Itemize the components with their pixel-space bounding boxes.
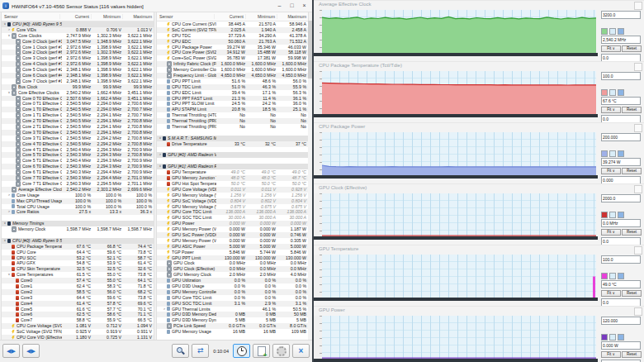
logging-clock-button[interactable]	[233, 344, 250, 358]
sensor-row[interactable]: GPU Memory Controller Utilization 0.0 % …	[157, 289, 308, 295]
sensor-row[interactable]: Core+SoC Power (SVI2 TFN) 36.783 W 17.38…	[157, 55, 308, 61]
sensor-row[interactable]: CPU Core Voltage (SVI2 TFN) 1.081 V 0.71…	[2, 323, 154, 329]
sensor-row[interactable]: Thermal Throttling (HTC) No No No	[157, 112, 308, 118]
sensor-row[interactable]: CPU PPT SLOW Limit 24.5 % 24.2 % 36.0 %	[157, 101, 308, 107]
sensor-row[interactable]: > GPU Thermal Limits 46.1 % 50.5 %	[157, 307, 308, 312]
reset-button[interactable]: Reset	[622, 351, 642, 358]
sensor-row[interactable]: GPU Memory Junction Temperature 48.0 °C …	[157, 175, 308, 181]
close-sensors-button[interactable]: ×	[292, 344, 310, 358]
sensor-row[interactable]: Core 0 Clock (perf #1/2) 3,047.5 MHz 1,3…	[2, 39, 154, 45]
graph-scale-max-input[interactable]: 200.000	[601, 133, 641, 141]
sensor-row[interactable]: Thermal Throttling (PROCHOT CPU) No No N…	[157, 118, 308, 124]
sensor-row[interactable]: > GPU [#0]: AMD Radeon Vega	[157, 152, 308, 158]
expand-columns-button[interactable]: ◀▶	[22, 344, 40, 358]
sensor-row[interactable]: Core 1 T1 Effective Clock 2,540.5 MHz 2,…	[2, 112, 154, 118]
collapse-columns-button[interactable]: ◀▶	[2, 344, 20, 358]
sensor-row[interactable]: GPU Clock 0.0 MHz 0.0 MHz 0.0 MHz	[157, 260, 308, 266]
sensor-row[interactable]: GPU D3D Memory Dedicated 0 MB 0 MB 50 MB	[157, 312, 308, 317]
sensor-row[interactable]: GPU D3D Memory Dynamic 5 MB 5 MB 5 MB	[157, 317, 308, 323]
sensor-row[interactable]: Core 6 T1 Effective Clock 2,540.3 MHz 2,…	[2, 169, 154, 175]
series-color-swatch[interactable]	[601, 89, 608, 96]
sensor-row[interactable]: CPU PPT Limit 51.6 % 48.6 % 56.0 %	[157, 79, 308, 84]
series-color-swatch[interactable]	[601, 150, 608, 157]
sensor-row[interactable]: Core 4 T0 Effective Clock 2,540.5 MHz 2,…	[2, 141, 154, 147]
sensor-row[interactable]: Frequency Limit - Global 4,650.0 MHz 4,6…	[157, 73, 308, 79]
fit-button[interactable]: Fit ∨	[601, 168, 621, 174]
sensor-row[interactable]: GPU SOC TDC Limit 30.000 A 30.000 A 30.0…	[157, 215, 308, 221]
sensor-row[interactable]: Core 4 Clock (perf #7/8) 2,972.6 MHz 1,3…	[2, 61, 154, 67]
sensor-row[interactable]: SoC Voltage (SVI2 TFN) 0.925 V 0.919 V 0…	[2, 329, 154, 335]
sensor-row[interactable]: Max CPU/Thread Usage 100.0 % 100.0 % 100…	[2, 198, 154, 204]
sensor-row[interactable]: CPU Core 64.4 °C 59.6 °C 73.8 °C	[2, 250, 154, 255]
sensor-row[interactable]: Core1 62.4 °C 58.3 °C 71.8 °C	[2, 283, 154, 289]
sensor-row[interactable]: SoC Current (SVI2 TFN) 2.025 A 1.940 A 2…	[157, 27, 308, 33]
sensor-row[interactable]: CPU Core Power (SVI2 TFN) 34.912 W 15.48…	[157, 50, 308, 55]
sensor-row[interactable]	[2, 215, 154, 221]
sensor-row[interactable]: Core 7 Clock (perf #1/1) 2,348.1 MHz 1,3…	[2, 79, 154, 84]
sensor-row[interactable]: GPU ASIC Power 5.000 W 5.000 W 5.000 W	[157, 244, 308, 250]
sensor-row[interactable]: Core3 64.4 °C 59.6 °C 73.8 °C	[2, 295, 154, 301]
sensor-row[interactable]: GPU D3D Usage 0.0 % 0.0 % 0.0 %	[157, 283, 308, 289]
sensor-row[interactable]	[157, 147, 308, 153]
sensor-row[interactable]: ∨ Memory Timings	[2, 221, 154, 226]
sensor-row[interactable]: GPU Memory Voltage (VDDCI_MEM) 0.675 V 0…	[157, 204, 308, 210]
graph-scale-max-input[interactable]: 2000.0	[601, 194, 641, 202]
fit-button[interactable]: Fit ∨	[601, 45, 621, 52]
sensor-row[interactable]: Core 4 T1 Effective Clock 2,540.4 MHz 2,…	[2, 147, 154, 153]
sensor-row[interactable]: Core 5 T0 Effective Clock 2,540.3 MHz 2,…	[2, 152, 154, 158]
sensor-row[interactable]: > Core VIDs 0.888 V 0.706 V 1.013 V	[2, 27, 154, 33]
grid-color-swatch[interactable]	[618, 28, 624, 35]
sensor-row[interactable]: APU GFX 54.8 °C 53.9 °C 61.4 °C	[2, 260, 154, 266]
sensor-row[interactable]: ∨ GPU [#1]: AMD Radeon RX 6800M	[157, 164, 308, 169]
tree-toggle-arrow[interactable]: >	[7, 27, 12, 33]
graph-scale-max-input[interactable]: 100.0	[601, 72, 641, 80]
series-color-swatch[interactable]	[601, 273, 608, 279]
sensor-row[interactable]: Bus Clock 99.9 MHz 99.9 MHz 99.9 MHz	[2, 84, 154, 90]
sensor-row[interactable]: Core 2 T1 Effective Clock 2,540.5 MHz 2,…	[2, 124, 154, 130]
sensor-row[interactable]: GPU Memory Power (VDDIO) 0.000 W 0.000 W…	[157, 226, 308, 232]
sensor-row[interactable]: Memory Controller Clock (UCLK) 1,600.0 M…	[157, 67, 308, 73]
sensor-row[interactable]: ∨ CPU [#0]: AMD Ryzen 9 5900HX: Enha...	[2, 238, 154, 244]
sensor-row[interactable]: Core2 58.5 °C 56.0 °C 68.2 °C	[2, 289, 154, 295]
fit-button[interactable]: Fit ∨	[601, 107, 621, 113]
sensor-row[interactable]: Core 5 Clock (perf #2/3) 2,348.1 MHz 1,3…	[2, 67, 154, 73]
graph-options-button[interactable]	[634, 2, 642, 10]
sensor-row[interactable]: GPU Hot Spot Temperature 50.0 °C 50.0 °C…	[157, 181, 308, 187]
sensor-row[interactable]: Core4 61.4 °C 57.8 °C 69.6 °C	[2, 301, 154, 307]
sensor-row[interactable]: Core 3 T0 Effective Clock 2,540.5 MHz 2,…	[2, 130, 154, 136]
graph-options-button[interactable]	[634, 246, 642, 255]
sensor-row[interactable]: Thermal Throttling (PROCHOT EXT) No No N…	[157, 124, 308, 130]
reset-button[interactable]: Reset	[622, 229, 642, 236]
graph-options-button[interactable]	[634, 185, 642, 193]
background-color-swatch[interactable]	[609, 89, 616, 96]
sensor-row[interactable]: CPU Package Power 39.274 W 35.346 W 46.0…	[157, 45, 308, 50]
minimize-button[interactable]: –	[273, 2, 286, 11]
fit-button[interactable]: Fit ∨	[601, 351, 621, 358]
sensor-row[interactable]: Core 0 T1 Effective Clock 2,540.5 MHz 2,…	[2, 101, 154, 107]
fit-button[interactable]: Fit ∨	[601, 229, 621, 236]
sensor-row[interactable]: GPU SoC Voltage (VDDCR_SOC) 0.804 V 0.80…	[157, 198, 308, 204]
start-log-button[interactable]	[253, 344, 270, 358]
reset-button[interactable]: Reset	[622, 168, 642, 174]
sensor-row[interactable]: ∨ Core Temperatures 61.5 °C 55.0 °C 73.8…	[2, 272, 154, 278]
sensor-row[interactable]: CPU TDC 37.729 A 34.290 A 41.378 A	[157, 33, 308, 39]
sensor-row[interactable]: CPU PPT FAST Limit 21.3 % 11.4 % 36.1 %	[157, 96, 308, 102]
sensor-row[interactable]: GPU Core Voltage (VDDCR_GFX) 0.011 V 0.0…	[157, 187, 308, 193]
sensor-row[interactable]: TGP Power 5.846 W 5.744 W 5.846 W	[157, 250, 308, 255]
sensor-row[interactable]: > Core Usage 100.0 % 100.0 % 100.0 %	[2, 193, 154, 198]
series-color-swatch[interactable]	[601, 28, 608, 35]
sensor-row[interactable]: GPU Memory Power (VDDCI_MEM) 0.000 W 0.0…	[157, 238, 308, 244]
sensor-row[interactable]: Memory Clock 1,598.7 MHz 1,598.7 MHz 1,5…	[2, 226, 154, 232]
report-button[interactable]	[172, 344, 189, 358]
sensor-row[interactable]	[157, 158, 308, 164]
sensor-row[interactable]	[157, 130, 308, 136]
sensor-row[interactable]: Total CPU Usage 100.0 % 100.0 % 100.0 %	[2, 204, 154, 210]
sensor-row[interactable]: Core 0 T0 Effective Clock 2,507.6 MHz 1,…	[2, 96, 154, 102]
sensor-row[interactable]: CPU Skin Temperature 32.5 °C 32.5 °C 32.…	[2, 266, 154, 272]
sensor-row[interactable]: Core 6 Clock (perf #4/5) 2,348.1 MHz 1,3…	[2, 73, 154, 79]
sensor-row[interactable]: GPU SOC TDC Limit 3.1 % 2.9 % 3.1 %	[157, 301, 308, 307]
settings-button[interactable]	[272, 344, 290, 358]
grid-color-swatch[interactable]	[618, 273, 624, 279]
sensor-row[interactable]: Core 6 T0 Effective Clock 2,540.3 MHz 2,…	[2, 164, 154, 169]
grid-color-swatch[interactable]	[618, 150, 624, 157]
